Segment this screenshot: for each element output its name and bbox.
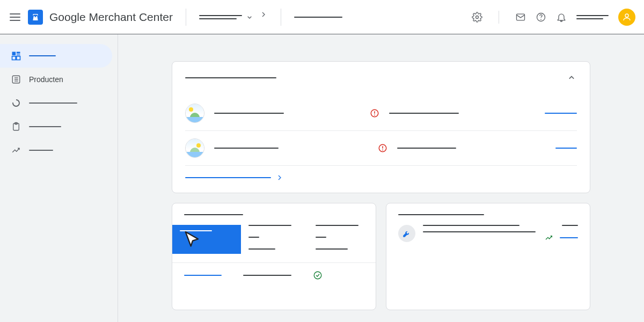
sidebar-item-label [29, 150, 53, 151]
sidebar-item-4[interactable] [0, 115, 112, 138]
dashboard-icon [11, 50, 21, 61]
product-thumbnail [185, 138, 204, 158]
recommendations-card [386, 203, 590, 310]
rec-meta [562, 225, 578, 226]
mail-icon[interactable] [515, 12, 526, 23]
avatar[interactable] [618, 9, 635, 26]
main-content [118, 34, 644, 322]
divider [281, 9, 281, 26]
metric-value [248, 237, 259, 238]
metric-sub [248, 248, 275, 250]
chevron-right-icon [259, 10, 268, 19]
metrics-card [172, 203, 376, 310]
trend-icon [11, 145, 21, 156]
alert-icon [370, 108, 379, 118]
row-status [389, 113, 459, 114]
svg-point-22 [314, 272, 321, 279]
status-row [185, 131, 577, 166]
app-logo[interactable] [28, 10, 43, 25]
card-title [184, 214, 243, 215]
row-name [214, 113, 284, 114]
svg-rect-7 [12, 56, 16, 60]
sidebar-item-5[interactable] [0, 138, 112, 162]
card-footer-link[interactable] [185, 166, 577, 182]
status-card [172, 61, 590, 193]
svg-rect-0 [517, 14, 525, 20]
svg-point-13 [13, 100, 19, 106]
footer-link[interactable] [184, 275, 222, 276]
metric-label [316, 225, 358, 226]
svg-point-3 [625, 14, 628, 17]
metric-label [248, 225, 291, 226]
bell-icon[interactable] [556, 12, 567, 23]
sidebar-item-label: Producten [29, 75, 63, 84]
row-status [397, 148, 456, 149]
sidebar-item-producten[interactable]: Producten [0, 68, 112, 91]
card-title [398, 214, 484, 215]
svg-rect-5 [17, 52, 20, 54]
check-circle-icon [313, 270, 323, 280]
svg-point-21 [382, 149, 383, 150]
progress-icon [11, 98, 21, 108]
clipboard-icon [11, 121, 21, 132]
sidebar-item-3[interactable] [0, 91, 112, 115]
cursor-icon [182, 229, 203, 251]
sidebar: Producten [0, 34, 118, 322]
footer-text [243, 275, 291, 276]
breadcrumb [294, 17, 342, 18]
list-icon [11, 74, 21, 85]
account-dropdown[interactable] [199, 13, 268, 21]
sidebar-item-overview[interactable] [0, 44, 112, 68]
sidebar-item-label [29, 126, 61, 127]
card-title [185, 77, 276, 78]
metric-sub [316, 248, 348, 250]
chevron-right-icon [275, 173, 284, 182]
chevron-up-icon[interactable] [566, 72, 577, 83]
svg-rect-4 [12, 52, 16, 56]
wrench-icon [398, 225, 415, 242]
svg-rect-6 [17, 55, 20, 56]
app-title: Google Merchant Center [49, 11, 173, 24]
rec-line1 [423, 225, 519, 226]
sidebar-item-label [29, 103, 77, 104]
svg-point-18 [374, 114, 375, 115]
sidebar-item-label [29, 55, 56, 56]
divider [499, 11, 499, 24]
row-name [214, 148, 279, 149]
trend-up-icon [545, 233, 553, 242]
row-action-link[interactable] [555, 148, 577, 149]
account-name [576, 15, 609, 19]
divider [186, 9, 186, 26]
gear-icon[interactable] [472, 12, 482, 23]
help-icon[interactable] [536, 12, 546, 23]
menu-icon[interactable] [9, 11, 21, 24]
chevron-down-icon [245, 13, 254, 21]
status-row [185, 96, 577, 131]
svg-point-2 [540, 19, 541, 20]
row-action-link[interactable] [545, 113, 577, 114]
svg-rect-8 [17, 56, 20, 60]
metric-value [316, 237, 326, 238]
app-header: Google Merchant Center [0, 0, 644, 34]
rec-action-link[interactable] [560, 237, 578, 238]
rec-line2 [423, 231, 536, 232]
alert-icon [378, 143, 387, 153]
product-thumbnail [185, 104, 204, 123]
